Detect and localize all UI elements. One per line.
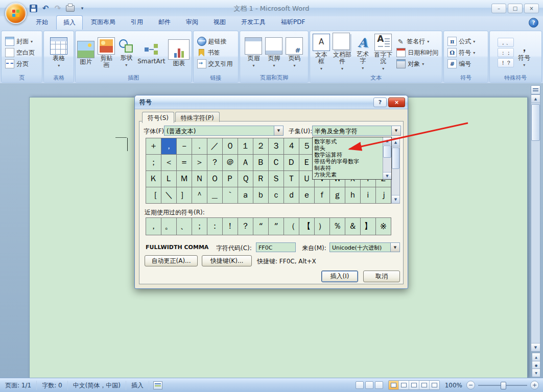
scrollbar-thumb[interactable] <box>383 145 391 158</box>
scrollbar-thumb[interactable] <box>392 148 399 169</box>
clipart-button[interactable]: 剪贴画 <box>97 36 116 69</box>
symbol-cell[interactable]: ａ <box>238 187 253 204</box>
scrollbar-thumb[interactable] <box>531 104 540 141</box>
view-outline-button[interactable] <box>419 381 430 389</box>
shapes-button[interactable]: 形状▾ <box>117 37 135 69</box>
symbol-cell[interactable]: ． <box>192 138 207 155</box>
from-dropdown-icon[interactable]: ▼ <box>390 243 399 252</box>
symbol-cell[interactable]: ］ <box>177 187 192 204</box>
punctuation-button-2[interactable]: ：； <box>498 48 514 57</box>
symbol-cell[interactable]: Ｔ <box>284 171 299 187</box>
recent-symbol-cell[interactable]: ； <box>192 218 207 235</box>
recent-symbol-cell[interactable]: ： <box>207 218 223 235</box>
view-draft-button[interactable] <box>430 381 439 389</box>
scroll-down-icon[interactable]: ▼ <box>531 343 540 351</box>
font-combobox[interactable]: (普通文本) ▼ <box>164 126 284 136</box>
date-time-button[interactable]: 日期和时间 <box>394 47 440 58</box>
symbol-cell[interactable]: ｊ <box>376 187 391 204</box>
symbol-cell[interactable]: ４ <box>284 138 299 155</box>
shortcut-key-button[interactable]: 快捷键(K)... <box>202 255 252 266</box>
symbol-cell[interactable]: Ｃ <box>269 155 284 171</box>
insert-button[interactable]: 插入(I) <box>321 271 358 282</box>
number-button[interactable]: #编号 <box>445 59 473 69</box>
minimize-button[interactable]: – <box>491 4 506 13</box>
cross-reference-button[interactable]: 交叉引用 <box>195 59 235 69</box>
symbol-cell[interactable]: ＞ <box>192 155 207 171</box>
subset-option[interactable]: 方块元素 <box>313 172 383 178</box>
symbol-cell[interactable]: Ｑ <box>238 171 253 187</box>
smartart-button[interactable]: SmartArt <box>136 40 166 65</box>
status-mini-icon[interactable] <box>375 381 383 389</box>
status-page[interactable]: 页面: 1/1 <box>0 381 37 390</box>
autocorrect-button[interactable]: 自动更正(A)... <box>145 255 198 266</box>
ribbon-tab[interactable]: 开始 <box>29 15 55 30</box>
symbol-cell[interactable]: ｈ <box>345 187 361 204</box>
symbol-cell[interactable]: ０ <box>223 138 238 155</box>
next-page-button[interactable]: ▼ <box>532 369 540 377</box>
subset-option[interactable]: 制表符 <box>313 165 383 172</box>
proofing-status-icon[interactable] <box>153 381 162 389</box>
punctuation-button-1[interactable]: ，、 <box>498 38 514 47</box>
symbol-cell[interactable]: ｅ <box>299 187 315 204</box>
recent-symbol-cell[interactable]: “ <box>253 218 269 235</box>
symbol-cell[interactable]: ＝ <box>177 155 192 171</box>
recent-symbol-cell[interactable]: ※ <box>376 218 391 235</box>
status-mini-icon[interactable] <box>365 381 373 389</box>
ribbon-tab[interactable]: 开发工具 <box>234 15 273 30</box>
zoom-slider[interactable] <box>478 381 527 389</box>
symbol-cell[interactable]: ／ <box>207 138 223 155</box>
customize-qat-button[interactable]: ▾ <box>78 4 87 13</box>
symbol-cell[interactable]: Ｋ <box>146 171 161 187</box>
symbol-cell[interactable]: １ <box>238 138 253 155</box>
symbol-cell[interactable]: ｀ <box>223 187 238 204</box>
subset-option[interactable]: 带括号的字母数字 <box>313 158 383 165</box>
view-fullscreen-button[interactable] <box>399 381 409 389</box>
recent-symbol-cell[interactable]: ， <box>146 218 161 235</box>
save-button[interactable] <box>29 4 38 13</box>
ribbon-tab[interactable]: 福昕PDF <box>274 15 312 30</box>
subset-dropdown-icon[interactable]: ▼ <box>391 126 400 135</box>
symbol-cell[interactable]: Ｌ <box>161 171 177 187</box>
recent-symbol-cell[interactable]: ＆ <box>345 218 361 235</box>
hyperlink-button[interactable]: 超链接 <box>195 36 229 46</box>
dialog-close-button[interactable]: × <box>388 97 405 107</box>
ribbon-tab[interactable]: 插入 <box>56 15 83 30</box>
symbol-cell[interactable]: ｄ <box>284 187 299 204</box>
recent-symbol-cell[interactable]: 、 <box>177 218 192 235</box>
from-combobox[interactable]: Unicode(十六进制) ▼ <box>329 242 400 252</box>
subset-list-scrollbar[interactable]: ▲ ▼ <box>383 137 391 179</box>
symbol-cell[interactable]: ｉ <box>361 187 376 204</box>
scroll-up-icon[interactable]: ▲ <box>383 137 391 144</box>
titlebar[interactable]: ↶ ↷ ▾ 文档 1 - Microsoft Word – □ × <box>0 0 543 16</box>
character-code-field[interactable]: FF0C <box>256 242 296 252</box>
special-symbol-button[interactable]: ，符号▾ <box>515 37 533 69</box>
maximize-button[interactable]: □ <box>508 4 523 13</box>
symbol-cell[interactable]: ｂ <box>253 187 269 204</box>
recent-symbol-cell[interactable]: （ <box>284 218 299 235</box>
symbol-cell[interactable]: ， <box>161 138 177 155</box>
symbol-cell[interactable]: Ｎ <box>192 171 207 187</box>
status-insert-mode[interactable]: 插入 <box>126 381 149 390</box>
ribbon-tab[interactable]: 页面布局 <box>84 15 123 30</box>
font-dropdown-icon[interactable]: ▼ <box>274 126 283 135</box>
punctuation-button-3[interactable]: ！？ <box>498 58 514 67</box>
zoom-in-button[interactable]: + <box>530 381 539 389</box>
print-preview-button[interactable] <box>65 4 75 13</box>
symbol-cell[interactable]: Ａ <box>238 155 253 171</box>
symbol-cell[interactable]: ＠ <box>223 155 238 171</box>
ribbon-tab[interactable]: 邮件 <box>151 15 178 30</box>
symbol-cell[interactable]: Ｏ <box>207 171 223 187</box>
undo-button[interactable]: ↶ <box>41 4 50 13</box>
symbol-cell[interactable]: ｆ <box>315 187 330 204</box>
textbox-button[interactable]: 文本框▾ <box>312 33 331 72</box>
recent-symbol-cell[interactable]: 】 <box>361 218 376 235</box>
symbol-cell[interactable]: Ｂ <box>253 155 269 171</box>
chart-button[interactable]: 图表 <box>167 38 191 67</box>
cover-page-button[interactable]: 封面▾ <box>3 36 35 46</box>
drop-cap-button[interactable]: 首字下沉▾ <box>373 33 393 72</box>
symbol-cell[interactable]: ？ <box>207 155 223 171</box>
recent-symbol-cell[interactable]: ） <box>315 218 330 235</box>
status-language[interactable]: 中文(简体，中国) <box>68 381 126 390</box>
bookmark-button[interactable]: 书签 <box>195 47 222 58</box>
object-button[interactable]: 对象▾ <box>394 59 426 69</box>
